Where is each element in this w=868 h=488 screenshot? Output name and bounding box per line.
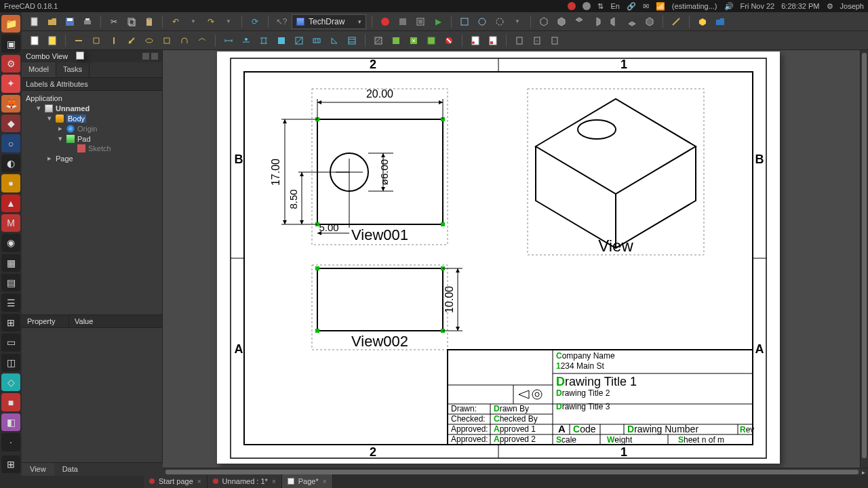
sync-icon[interactable]: ⇅ <box>597 2 604 11</box>
settings-icon[interactable]: ⚙ <box>827 2 833 11</box>
tree-page[interactable]: ▸Page <box>23 153 161 163</box>
launcher-app4-icon[interactable]: ◐ <box>1 155 20 172</box>
hatch-geom-icon[interactable] <box>389 33 403 48</box>
arch-icon[interactable] <box>177 33 192 48</box>
macro-list-icon[interactable] <box>413 14 428 29</box>
date[interactable]: Fri Nov 22 <box>741 2 775 10</box>
hatch-icon[interactable] <box>371 33 386 48</box>
launcher-app8-icon[interactable]: ▤ <box>1 274 20 291</box>
launcher-app5-icon[interactable]: ● <box>1 174 20 192</box>
tab-data[interactable]: Data <box>54 463 86 476</box>
clip-add-icon[interactable] <box>512 33 527 48</box>
new-page-template-icon[interactable] <box>45 33 60 48</box>
launcher-firefox-icon[interactable]: 🦊 <box>1 95 20 113</box>
launcher-apps-icon[interactable]: ⊞ <box>1 455 20 473</box>
view-left-icon[interactable] <box>642 14 657 29</box>
launcher-app1-icon[interactable]: ✦ <box>1 75 20 92</box>
tree-body[interactable]: ▾Body <box>23 113 161 123</box>
whatsthis-icon[interactable]: ↖? <box>274 14 289 29</box>
insert-view-icon[interactable] <box>71 33 86 48</box>
close-icon[interactable]: × <box>272 478 276 485</box>
launcher-terminal-icon[interactable]: ▣ <box>1 35 20 52</box>
export-svg-icon[interactable] <box>468 33 483 48</box>
dim-link-icon[interactable] <box>344 33 359 48</box>
open-icon[interactable] <box>45 14 60 29</box>
projection-icon[interactable] <box>89 33 104 48</box>
launcher-app3-icon[interactable]: ○ <box>1 134 20 152</box>
time[interactable]: 6:28:32 PM <box>781 2 819 10</box>
user-name[interactable]: Joseph <box>840 2 864 10</box>
tree-origin[interactable]: ▸Origin <box>23 123 161 134</box>
macro-play-icon[interactable]: ▶ <box>431 14 446 29</box>
cut-icon[interactable]: ✂ <box>106 14 121 29</box>
doc-tab-model[interactable]: Unnamed : 1*× <box>208 474 282 488</box>
fit-all-icon[interactable] <box>457 14 472 29</box>
launcher-app15-icon[interactable]: ◧ <box>1 413 20 431</box>
close-icon[interactable]: × <box>323 478 327 485</box>
clip-plus-icon[interactable]: + <box>530 33 545 48</box>
dim-horizontal-icon[interactable] <box>239 33 254 48</box>
macro-stop-icon[interactable] <box>395 14 410 29</box>
doc-tab-page[interactable]: Page*× <box>282 474 333 488</box>
launcher-app12-icon[interactable]: ◫ <box>1 354 20 371</box>
launcher-app9-icon[interactable]: ☰ <box>1 293 20 311</box>
view-rear-icon[interactable] <box>607 14 622 29</box>
view-right-icon[interactable] <box>589 14 604 29</box>
dim-length-icon[interactable] <box>221 33 236 48</box>
launcher-app11-icon[interactable]: ▭ <box>1 333 20 351</box>
panel-float-icon[interactable] <box>142 53 149 60</box>
refresh-icon[interactable]: ⟳ <box>248 14 262 29</box>
network-icon[interactable]: 📶 <box>656 2 665 11</box>
copy-icon[interactable] <box>124 14 139 29</box>
dim-angle-icon[interactable] <box>309 33 324 48</box>
redo-menu-icon[interactable]: ▼ <box>221 14 236 29</box>
tree-document[interactable]: ▾Unnamed <box>23 103 161 113</box>
launcher-app14-icon[interactable]: ■ <box>1 393 20 411</box>
view-front-icon[interactable] <box>554 14 569 29</box>
draft-icon[interactable] <box>159 33 174 48</box>
fit-sel-icon[interactable] <box>475 14 490 29</box>
drawing-page[interactable]: 2 1 2 1 B B A A <box>217 52 780 464</box>
tray-icon[interactable] <box>583 2 591 10</box>
doc-tab-start[interactable]: Start page× <box>144 474 208 488</box>
export-dxf-icon[interactable] <box>486 33 500 48</box>
link-icon[interactable]: 🔗 <box>627 2 636 11</box>
undo-menu-icon[interactable]: ▼ <box>186 14 201 29</box>
paste-icon[interactable] <box>142 14 157 29</box>
lang-indicator[interactable]: En <box>610 2 619 10</box>
draw-style-menu-icon[interactable]: ▼ <box>510 14 525 29</box>
dim-3pt-icon[interactable] <box>327 33 342 48</box>
launcher-app10-icon[interactable]: ⊞ <box>1 314 20 331</box>
toggle-frame-icon[interactable] <box>441 33 456 48</box>
view-iso-icon[interactable] <box>536 14 551 29</box>
draw-style-icon[interactable] <box>492 14 507 29</box>
clip-minus-icon[interactable]: − <box>547 33 562 48</box>
part-icon[interactable] <box>695 14 710 29</box>
launcher-freecad-icon[interactable]: ⚙ <box>1 55 20 73</box>
property-body[interactable] <box>22 328 162 476</box>
tab-view[interactable]: View <box>22 463 54 476</box>
mail-icon[interactable]: ✉ <box>643 2 649 11</box>
spreadsheet-icon[interactable] <box>195 33 210 48</box>
section-icon[interactable] <box>106 33 121 48</box>
detail-icon[interactable] <box>124 33 139 48</box>
macro-record-icon[interactable] <box>378 14 393 29</box>
launcher-mail-icon[interactable]: M <box>1 214 20 232</box>
new-page-icon[interactable] <box>27 33 42 48</box>
tree-pad[interactable]: ▾Pad <box>23 134 161 144</box>
tree-application[interactable]: Application <box>23 94 161 103</box>
launcher-app6-icon[interactable]: ▲ <box>1 195 20 212</box>
save-icon[interactable] <box>62 14 77 29</box>
print-icon[interactable] <box>80 14 95 29</box>
launcher-app7-icon[interactable]: ▦ <box>1 254 20 272</box>
model-tree[interactable]: Application ▾Unnamed ▾Body ▸Origin ▾Pad … <box>22 91 162 166</box>
record-indicator-icon[interactable] <box>568 2 576 10</box>
annotation-icon[interactable] <box>142 33 157 48</box>
launcher-app2-icon[interactable]: ◆ <box>1 115 20 132</box>
tab-model[interactable]: Model <box>22 62 56 77</box>
image-icon[interactable] <box>424 33 439 48</box>
group-icon[interactable] <box>713 14 728 29</box>
drawing-canvas[interactable]: 2 1 2 1 B B A A <box>163 50 868 476</box>
launcher-app16-icon[interactable]: · <box>1 433 20 451</box>
launcher-obs-icon[interactable]: ◉ <box>1 234 20 251</box>
